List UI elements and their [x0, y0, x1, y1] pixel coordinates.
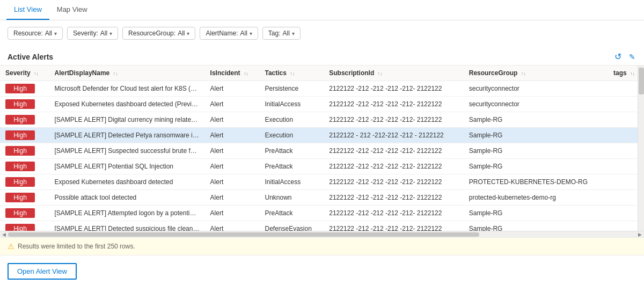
chevron-down-icon: ▾	[109, 31, 112, 36]
filter-resourcegroup[interactable]: ResourceGroup: All ▾	[122, 27, 195, 40]
table-row[interactable]: High[SAMPLE ALERT] Detected Petya ransom…	[0, 128, 644, 143]
open-alert-view-button[interactable]: Open Alert View	[8, 263, 77, 280]
table-container: Severity ↑↓ AlertDisplayName ↑↓ IsIncide…	[0, 65, 644, 237]
table-row[interactable]: High[SAMPLE ALERT] Digital currency mini…	[0, 112, 644, 128]
filter-alertname[interactable]: AlertName: All ▾	[200, 27, 258, 40]
severity-badge: High	[5, 208, 35, 218]
severity-badge: High	[5, 146, 35, 156]
cell-tactics: Execution	[259, 112, 324, 128]
table-row[interactable]: High[SAMPLE ALERT] Suspected successful …	[0, 143, 644, 159]
cell-resource-group: Sample-RG	[464, 128, 608, 143]
cell-isincident: Alert	[205, 128, 260, 143]
cell-isincident: Alert	[205, 190, 260, 206]
cell-alert-name: Exposed Kubernetes dashboard detected (P…	[49, 97, 205, 112]
cell-resource-group: securityconnector	[464, 81, 608, 97]
table-row[interactable]: HighExposed Kubernetes dashboard detecte…	[0, 174, 644, 190]
table-row[interactable]: High[SAMPLE ALERT] Detected suspicious f…	[0, 221, 644, 231]
cell-alert-name: Possible attack tool detected	[49, 190, 205, 206]
col-isincident: IsIncident ↑↓	[205, 65, 260, 81]
cell-severity: High	[0, 221, 49, 231]
chevron-down-icon: ▾	[187, 31, 189, 36]
scrollbar-track	[8, 232, 636, 237]
cell-subscription-id: 2122122 -212 -212 -212 -212- 2122122	[324, 159, 464, 174]
cell-resource-group: Sample-RG	[464, 112, 608, 128]
cell-alert-name: [SAMPLE ALERT] Detected suspicious file …	[49, 221, 205, 231]
cell-subscription-id: 2122122 -212 -212 -212 -212- 2122122	[324, 206, 464, 221]
section-action-icons: ↺ ✎	[613, 50, 636, 63]
cell-tactics: PreAttack	[259, 143, 324, 159]
cell-subscription-id: 2122122 -212 -212 -212 -212- 2122122	[324, 81, 464, 97]
cell-tactics: Persistence	[259, 81, 324, 97]
cell-resource-group: Sample-RG	[464, 221, 608, 231]
tab-list-view[interactable]: List View	[6, 0, 49, 20]
tab-map-view[interactable]: Map View	[49, 0, 95, 20]
cell-resource-group: PROTECTED-KUBERNETES-DEMO-RG	[464, 174, 608, 190]
col-alertdisplayname: AlertDisplayName ↑↓	[49, 65, 205, 81]
warning-icon: ⚠	[8, 242, 14, 251]
pin-button[interactable]: ✎	[628, 50, 636, 63]
chevron-down-icon: ▾	[292, 31, 295, 36]
filter-severity-value: All	[100, 30, 107, 37]
cell-subscription-id: 2122122 -212 -212 -212 -212- 2122122	[324, 143, 464, 159]
scrollbar-thumb	[639, 68, 644, 94]
scrollbar-vertical[interactable]	[638, 65, 644, 231]
filter-resourcegroup-label: ResourceGroup:	[128, 30, 175, 37]
cell-subscription-id: 2122122 -212 -212 -212 -212- 2122122	[324, 112, 464, 128]
cell-resource-group: Sample-RG	[464, 206, 608, 221]
cell-tactics: PreAttack	[259, 206, 324, 221]
cell-alert-name: Microsoft Defender for Cloud test alert …	[49, 81, 205, 97]
severity-badge: High	[5, 99, 35, 109]
cell-resource-group: Sample-RG	[464, 159, 608, 174]
col-tactics: Tactics ↑↓	[259, 65, 324, 81]
severity-badge: High	[5, 193, 35, 202]
cell-resource-group: securityconnector	[464, 97, 608, 112]
filter-tag-label: Tag:	[268, 30, 281, 37]
table-row[interactable]: HighMicrosoft Defender for Cloud test al…	[0, 81, 644, 97]
col-subscriptionid: SubscriptionId ↑↓	[324, 65, 464, 81]
table-row[interactable]: High[SAMPLE ALERT] Attempted logon by a …	[0, 206, 644, 221]
cell-isincident: Alert	[205, 159, 260, 174]
filter-tag[interactable]: Tag: All ▾	[262, 27, 301, 40]
cell-alert-name: [SAMPLE ALERT] Detected Petya ransomware…	[49, 128, 205, 143]
table-row[interactable]: HighExposed Kubernetes dashboard detecte…	[0, 97, 644, 112]
cell-severity: High	[0, 128, 49, 143]
scrollbar-h-thumb[interactable]	[8, 232, 479, 237]
top-tabs-bar: List View Map View	[0, 0, 644, 20]
cell-severity: High	[0, 174, 49, 190]
cell-severity: High	[0, 143, 49, 159]
cell-tactics: DefenseEvasion	[259, 221, 324, 231]
scroll-left-button[interactable]: ◀	[0, 231, 8, 238]
cell-alert-name: [SAMPLE ALERT] Digital currency mining r…	[49, 112, 205, 128]
scrollbar-horizontal: ◀ ▶	[0, 231, 644, 237]
filter-alertname-label: AlertName:	[206, 30, 238, 37]
cell-tactics: InitialAccess	[259, 97, 324, 112]
cell-resource-group: protected-kubernetes-demo-rg	[464, 190, 608, 206]
severity-badge: High	[5, 177, 35, 187]
table-row[interactable]: High[SAMPLE ALERT] Potential SQL Injecti…	[0, 159, 644, 174]
cell-isincident: Alert	[205, 221, 260, 231]
severity-badge: High	[5, 162, 35, 171]
filter-tag-value: All	[283, 30, 290, 37]
footer-warning: ⚠ Results were limited to the first 250 …	[0, 237, 644, 255]
col-severity: Severity ↑↓	[0, 65, 49, 81]
severity-badge: High	[5, 224, 35, 231]
scroll-right-button[interactable]: ▶	[636, 231, 644, 238]
refresh-button[interactable]: ↺	[613, 50, 623, 63]
severity-badge: High	[5, 84, 35, 93]
cell-tactics: Unknown	[259, 190, 324, 206]
table-row[interactable]: HighPossible attack tool detectedAlertUn…	[0, 190, 644, 206]
cell-severity: High	[0, 81, 49, 97]
cell-resource-group: Sample-RG	[464, 143, 608, 159]
chevron-down-icon: ▾	[54, 31, 57, 36]
cell-tactics: Execution	[259, 128, 324, 143]
cell-alert-name: [SAMPLE ALERT] Potential SQL Injection	[49, 159, 205, 174]
cell-alert-name: Exposed Kubernetes dashboard detected	[49, 174, 205, 190]
cell-isincident: Alert	[205, 112, 260, 128]
cell-isincident: Alert	[205, 174, 260, 190]
warning-text: Results were limited to the first 250 ro…	[18, 243, 135, 250]
chevron-down-icon: ▾	[250, 31, 252, 36]
alerts-table: Severity ↑↓ AlertDisplayName ↑↓ IsIncide…	[0, 65, 644, 231]
filter-resource[interactable]: Resource: All ▾	[8, 27, 63, 40]
table-header-row: Severity ↑↓ AlertDisplayName ↑↓ IsIncide…	[0, 65, 644, 81]
filter-severity[interactable]: Severity: All ▾	[67, 27, 118, 40]
